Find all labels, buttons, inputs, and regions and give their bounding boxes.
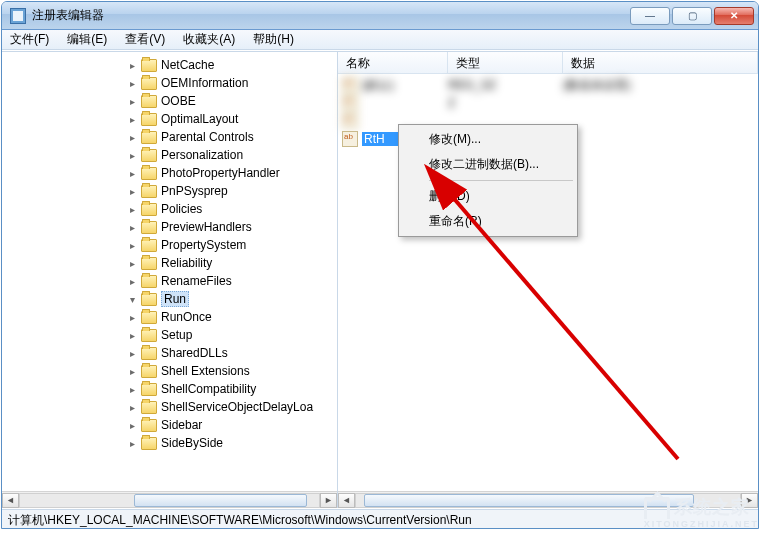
menu-favorites[interactable]: 收藏夹(A): [179, 29, 239, 50]
regedit-icon: [10, 8, 26, 24]
tree-item-pnpsysprep[interactable]: ▸PnPSysprep: [2, 182, 337, 200]
value-row[interactable]: Z: [338, 94, 758, 112]
scroll-right-icon[interactable]: ►: [320, 493, 337, 508]
tree-label: Shell Extensions: [161, 364, 250, 378]
folder-icon: [141, 293, 157, 306]
chevron-right-icon[interactable]: ▸: [127, 420, 138, 431]
menu-modify[interactable]: 修改(M)...: [401, 127, 575, 152]
chevron-right-icon[interactable]: ▸: [127, 96, 138, 107]
chevron-right-icon[interactable]: ▸: [127, 150, 138, 161]
list-thumb[interactable]: [364, 494, 694, 507]
scroll-left-icon[interactable]: ◄: [2, 493, 19, 508]
value-data: C:: [563, 132, 758, 146]
tree-item-propertysystem[interactable]: ▸PropertySystem: [2, 236, 337, 254]
chevron-right-icon[interactable]: ▸: [127, 348, 138, 359]
minimize-button[interactable]: —: [630, 7, 670, 25]
chevron-right-icon[interactable]: ▸: [127, 312, 138, 323]
chevron-right-icon[interactable]: ▸: [127, 384, 138, 395]
value-row[interactable]: (默认)REG_SZ(数值未设置): [338, 76, 758, 94]
menu-delete[interactable]: 删除(D): [401, 184, 575, 209]
titlebar[interactable]: 注册表编辑器 — ▢ ✕: [2, 2, 758, 30]
tree-item-reliability[interactable]: ▸Reliability: [2, 254, 337, 272]
tree-panel: ▸NetCache▸OEMInformation▸OOBE▸OptimalLay…: [2, 52, 338, 508]
tree-item-shellcompatibility[interactable]: ▸ShellCompatibility: [2, 380, 337, 398]
tree-item-personalization[interactable]: ▸Personalization: [2, 146, 337, 164]
chevron-right-icon[interactable]: ▸: [127, 204, 138, 215]
tree-item-parental-controls[interactable]: ▸Parental Controls: [2, 128, 337, 146]
folder-icon: [141, 185, 157, 198]
tree-hscroll[interactable]: ◄ ►: [2, 491, 337, 508]
window-title: 注册表编辑器: [30, 7, 630, 24]
menu-separator: [429, 180, 573, 181]
folder-icon: [141, 401, 157, 414]
tree-item-shellserviceobjectdelayloa[interactable]: ▸ShellServiceObjectDelayLoa: [2, 398, 337, 416]
tree-label: ShellCompatibility: [161, 382, 256, 396]
tree-item-run[interactable]: ▾Run: [2, 290, 337, 308]
maximize-button[interactable]: ▢: [672, 7, 712, 25]
folder-icon: [141, 221, 157, 234]
tree-item-setup[interactable]: ▸Setup: [2, 326, 337, 344]
menu-edit[interactable]: 编辑(E): [63, 29, 111, 50]
folder-icon: [141, 59, 157, 72]
menu-modify-binary[interactable]: 修改二进制数据(B)...: [401, 152, 575, 177]
tree-item-shell-extensions[interactable]: ▸Shell Extensions: [2, 362, 337, 380]
tree-label: OEMInformation: [161, 76, 248, 90]
tree-item-sidebar[interactable]: ▸Sidebar: [2, 416, 337, 434]
chevron-right-icon[interactable]: ▸: [127, 402, 138, 413]
col-data[interactable]: 数据: [563, 52, 758, 73]
tree-label: PropertySystem: [161, 238, 246, 252]
chevron-right-icon[interactable]: ▸: [127, 78, 138, 89]
menu-rename[interactable]: 重命名(R): [401, 209, 575, 234]
tree-view[interactable]: ▸NetCache▸OEMInformation▸OOBE▸OptimalLay…: [2, 52, 337, 491]
scroll-right-icon[interactable]: ►: [741, 493, 758, 508]
tree-label: SideBySide: [161, 436, 223, 450]
folder-icon: [141, 239, 157, 252]
tree-thumb[interactable]: [134, 494, 307, 507]
col-name[interactable]: 名称: [338, 52, 448, 73]
tree-item-runonce[interactable]: ▸RunOnce: [2, 308, 337, 326]
chevron-right-icon[interactable]: ▸: [127, 366, 138, 377]
chevron-right-icon[interactable]: ▸: [127, 240, 138, 251]
chevron-right-icon[interactable]: ▸: [127, 132, 138, 143]
tree-item-previewhandlers[interactable]: ▸PreviewHandlers: [2, 218, 337, 236]
chevron-right-icon[interactable]: ▸: [127, 186, 138, 197]
tree-item-sidebyside[interactable]: ▸SideBySide: [2, 434, 337, 452]
chevron-right-icon[interactable]: ▸: [127, 330, 138, 341]
tree-label: Personalization: [161, 148, 243, 162]
menu-file[interactable]: 文件(F): [6, 29, 53, 50]
chevron-down-icon[interactable]: ▾: [127, 294, 138, 305]
tree-label: RunOnce: [161, 310, 212, 324]
tree-label: RenameFiles: [161, 274, 232, 288]
statusbar: 计算机\HKEY_LOCAL_MACHINE\SOFTWARE\Microsof…: [2, 509, 758, 528]
chevron-right-icon[interactable]: ▸: [127, 222, 138, 233]
tree-label: Parental Controls: [161, 130, 254, 144]
folder-icon: [141, 275, 157, 288]
tree-item-renamefiles[interactable]: ▸RenameFiles: [2, 272, 337, 290]
tree-label: Reliability: [161, 256, 212, 270]
tree-item-policies[interactable]: ▸Policies: [2, 200, 337, 218]
tree-label: SharedDLLs: [161, 346, 228, 360]
tree-item-photopropertyhandler[interactable]: ▸PhotoPropertyHandler: [2, 164, 337, 182]
chevron-right-icon[interactable]: ▸: [127, 276, 138, 287]
scroll-left-icon[interactable]: ◄: [338, 493, 355, 508]
menubar: 文件(F) 编辑(E) 查看(V) 收藏夹(A) 帮助(H): [2, 30, 758, 50]
chevron-right-icon[interactable]: ▸: [127, 258, 138, 269]
tree-item-oobe[interactable]: ▸OOBE: [2, 92, 337, 110]
close-button[interactable]: ✕: [714, 7, 754, 25]
tree-item-oeminformation[interactable]: ▸OEMInformation: [2, 74, 337, 92]
menu-view[interactable]: 查看(V): [121, 29, 169, 50]
tree-item-shareddlls[interactable]: ▸SharedDLLs: [2, 344, 337, 362]
tree-item-optimallayout[interactable]: ▸OptimalLayout: [2, 110, 337, 128]
chevron-right-icon[interactable]: ▸: [127, 168, 138, 179]
chevron-right-icon[interactable]: ▸: [127, 114, 138, 125]
list-hscroll[interactable]: ◄ ►: [338, 491, 758, 508]
tree-item-netcache[interactable]: ▸NetCache: [2, 56, 337, 74]
chevron-right-icon[interactable]: ▸: [127, 438, 138, 449]
tree-label: OOBE: [161, 94, 196, 108]
tree-label: PhotoPropertyHandler: [161, 166, 280, 180]
tree-label: Policies: [161, 202, 202, 216]
tree-label: ShellServiceObjectDelayLoa: [161, 400, 313, 414]
col-type[interactable]: 类型: [448, 52, 563, 73]
chevron-right-icon[interactable]: ▸: [127, 60, 138, 71]
menu-help[interactable]: 帮助(H): [249, 29, 298, 50]
